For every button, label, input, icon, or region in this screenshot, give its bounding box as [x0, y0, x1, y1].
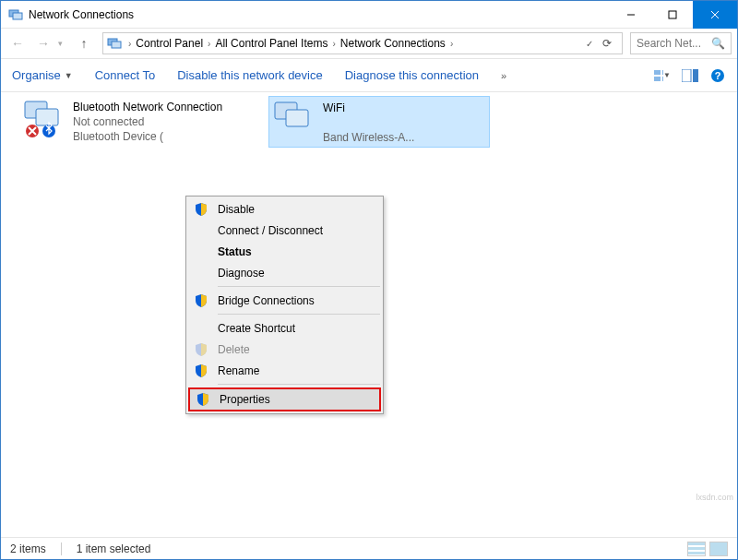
forward-button[interactable]: →	[32, 32, 54, 54]
breadcrumb-control-panel[interactable]: Control Panel	[134, 37, 205, 50]
command-toolbar: Organise ▼ Connect To Disable this netwo…	[1, 59, 737, 92]
content-area: Bluetooth Network Connection Not connect…	[1, 92, 737, 528]
svg-rect-10	[654, 77, 661, 81]
item-status	[323, 115, 414, 130]
svg-rect-12	[682, 69, 691, 82]
menu-separator	[218, 384, 380, 385]
menu-delete: Delete	[188, 339, 381, 360]
chevron-right-icon[interactable]: ›	[205, 39, 213, 49]
item-text: Bluetooth Network Connection Not connect…	[73, 100, 222, 144]
menu-properties[interactable]: Properties	[188, 387, 381, 411]
chevron-right-icon[interactable]: ›	[125, 39, 134, 49]
refresh-button[interactable]: ⟳	[596, 37, 618, 50]
menu-rename[interactable]: Rename	[188, 360, 381, 381]
minimize-button[interactable]	[610, 1, 651, 29]
shield-icon	[196, 392, 210, 407]
view-mode-icons	[687, 542, 728, 556]
help-icon[interactable]: ?	[709, 67, 726, 84]
item-device: Band Wireless-A...	[323, 130, 414, 145]
details-view-icon[interactable]	[687, 542, 706, 556]
up-button[interactable]: ↑	[73, 32, 95, 54]
recent-dropdown[interactable]: ▾	[58, 39, 69, 48]
item-text: WiFi Band Wireless-A...	[323, 101, 414, 145]
app-icon	[8, 7, 23, 22]
svg-rect-7	[112, 42, 121, 48]
search-placeholder: Search Net...	[637, 37, 701, 50]
item-device: Bluetooth Device (	[73, 129, 222, 144]
connect-to-button[interactable]: Connect To	[95, 68, 156, 82]
svg-rect-17	[36, 109, 58, 125]
svg-rect-8	[654, 70, 661, 75]
selected-count: 1 item selected	[77, 542, 151, 555]
bluetooth-connection-icon	[23, 100, 67, 138]
status-bar: 2 items 1 item selected	[1, 537, 737, 559]
svg-rect-13	[693, 69, 698, 82]
window-title: Network Connections	[29, 8, 610, 21]
svg-rect-21	[286, 110, 308, 126]
svg-rect-1	[13, 13, 22, 19]
large-icons-view-icon[interactable]	[709, 542, 728, 556]
svg-text:?: ?	[715, 70, 721, 81]
menu-separator	[218, 314, 380, 315]
item-title: Bluetooth Network Connection	[73, 100, 222, 114]
preview-pane-icon[interactable]	[682, 67, 698, 84]
connection-item-bluetooth[interactable]: Bluetooth Network Connection Not connect…	[19, 96, 241, 148]
close-button[interactable]	[693, 1, 737, 29]
shield-icon	[194, 363, 208, 378]
menu-connect-disconnect[interactable]: Connect / Disconnect	[188, 220, 381, 241]
wifi-connection-icon	[273, 101, 317, 139]
address-bar[interactable]: › Control Panel › All Control Panel Item…	[102, 32, 623, 54]
navigation-bar: ← → ▾ ↑ › Control Panel › All Control Pa…	[1, 29, 737, 59]
separator	[61, 542, 62, 555]
svg-rect-3	[669, 11, 676, 18]
watermark: lxsdn.com	[696, 493, 733, 502]
search-input[interactable]: Search Net... 🔍	[630, 32, 732, 54]
back-button[interactable]: ←	[6, 32, 29, 54]
window-titlebar: Network Connections	[1, 1, 737, 29]
search-icon: 🔍	[711, 37, 725, 50]
menu-bridge-connections[interactable]: Bridge Connections	[188, 290, 381, 311]
item-count: 2 items	[10, 542, 46, 555]
menu-diagnose[interactable]: Diagnose	[188, 262, 381, 283]
menu-disable[interactable]: Disable	[188, 198, 381, 220]
overflow-icon[interactable]: »	[501, 70, 506, 81]
location-icon	[107, 36, 122, 51]
item-status: Not connected	[73, 114, 222, 129]
breadcrumb-all-items[interactable]: All Control Panel Items	[213, 37, 329, 50]
diagnose-button[interactable]: Diagnose this connection	[345, 68, 479, 82]
organise-menu[interactable]: Organise ▼	[12, 68, 73, 82]
shield-icon	[194, 293, 208, 308]
window-controls	[610, 1, 737, 28]
maximize-button[interactable]	[651, 1, 693, 29]
item-title: WiFi	[323, 101, 414, 115]
menu-separator	[218, 286, 380, 287]
shield-icon	[194, 342, 208, 357]
chevron-right-icon[interactable]: ›	[447, 39, 456, 49]
shield-icon	[194, 202, 208, 217]
connection-item-wifi[interactable]: WiFi Band Wireless-A...	[268, 96, 490, 148]
view-options-icon[interactable]: ▼	[654, 67, 671, 84]
disable-device-button[interactable]: Disable this network device	[177, 68, 323, 82]
dropdown-icon: ▼	[65, 71, 73, 80]
chevron-right-icon[interactable]: ›	[329, 39, 338, 49]
breadcrumb-network-connections[interactable]: Network Connections	[339, 37, 447, 50]
menu-create-shortcut[interactable]: Create Shortcut	[188, 317, 381, 339]
address-dropdown[interactable]: ✓	[583, 39, 596, 49]
context-menu: Disable Connect / Disconnect Status Diag…	[185, 196, 384, 414]
menu-status[interactable]: Status	[188, 241, 381, 262]
